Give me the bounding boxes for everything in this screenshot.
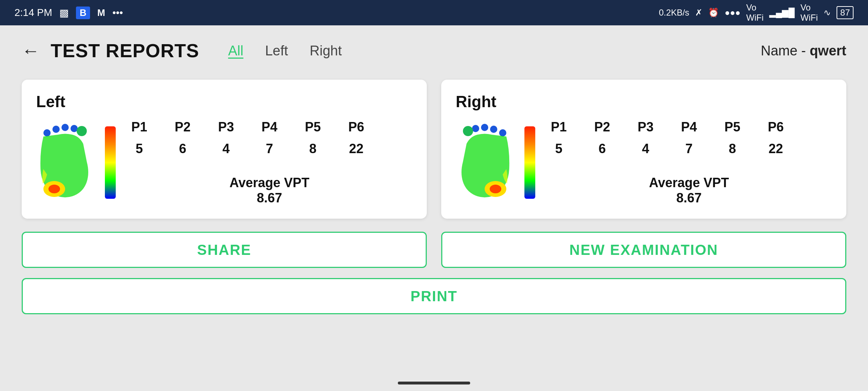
- left-p6-value: 22: [344, 141, 369, 156]
- new-examination-button[interactable]: NEW EXAMINATION: [441, 232, 846, 268]
- right-card-body: P1 P2 P3 P4 P5 P6 5 6 4 7 8 22: [456, 119, 832, 206]
- buttons-row-1: SHARE NEW EXAMINATION: [22, 232, 846, 268]
- m-icon: M: [97, 7, 105, 18]
- left-p4-value: 7: [257, 141, 282, 156]
- share-button[interactable]: SHARE: [22, 232, 427, 268]
- bottom-nav-indicator: [398, 382, 470, 384]
- right-p4-label: P4: [676, 119, 702, 135]
- alarm-icon: ⏰: [708, 8, 719, 18]
- patient-info: Name - qwert: [761, 43, 847, 59]
- right-measurements: P1 P2 P3 P4 P5 P6 5 6 4 7 8 22: [546, 119, 832, 206]
- buttons-row-2: PRINT: [22, 278, 846, 314]
- left-p1-value: 5: [127, 141, 152, 156]
- header: ← TEST REPORTS All Left Right Name - qwe…: [22, 36, 846, 65]
- tab-right[interactable]: Right: [310, 43, 342, 59]
- right-p1-value: 5: [546, 141, 571, 156]
- wifi-icon: ∿: [824, 8, 831, 18]
- back-button[interactable]: ←: [22, 40, 40, 61]
- b-icon: B: [76, 7, 90, 19]
- network-speed: 0.2KB/s: [659, 8, 689, 18]
- right-foot-image: [456, 122, 514, 203]
- filter-tabs: All Left Right: [228, 43, 761, 59]
- right-p3-value: 4: [633, 141, 658, 156]
- page-title: TEST REPORTS: [51, 40, 199, 62]
- signal-icon: ●●●: [725, 8, 741, 18]
- left-p3-label: P3: [213, 119, 239, 135]
- notification-icon: ▩: [59, 7, 69, 19]
- left-p2-label: P2: [170, 119, 195, 135]
- time: 2:14 PM: [14, 7, 52, 18]
- dots-icon: •••: [112, 7, 123, 18]
- right-p4-value: 7: [676, 141, 702, 156]
- left-measurements: P1 P2 P3 P4 P5 P6 5 6 4 7 8 22: [127, 119, 412, 206]
- right-pressure-bar: [524, 126, 535, 199]
- left-card-body: P1 P2 P3 P4 P5 P6 5 6 4 7 8 22: [36, 119, 412, 206]
- svg-point-2: [61, 124, 69, 131]
- right-p5-value: 8: [720, 141, 745, 156]
- left-p3-value: 4: [213, 141, 239, 156]
- svg-point-13: [490, 185, 501, 193]
- svg-point-4: [77, 126, 87, 136]
- right-p3-label: P3: [633, 119, 658, 135]
- right-p6-value: 22: [763, 141, 788, 156]
- svg-point-8: [490, 126, 497, 133]
- right-p1-label: P1: [546, 119, 571, 135]
- signal-bars: ▂▄▆█: [769, 8, 795, 18]
- print-button[interactable]: PRINT: [22, 278, 846, 314]
- status-right: 0.2KB/s ✗ ⏰ ●●● VoWiFi ▂▄▆█ VoWiFi ∿ 87: [659, 3, 854, 23]
- tab-all[interactable]: All: [228, 43, 243, 59]
- right-p2-value: 6: [590, 141, 615, 156]
- status-bar: 2:14 PM ▩ B M ••• 0.2KB/s ✗ ⏰ ●●● VoWiFi…: [0, 0, 868, 25]
- left-p6-label: P6: [344, 119, 369, 135]
- wifi-label-1: VoWiFi: [746, 3, 763, 23]
- svg-point-9: [481, 124, 488, 131]
- left-p5-label: P5: [300, 119, 326, 135]
- left-foot-image: [36, 122, 94, 203]
- bluetooth-icon: ✗: [695, 8, 702, 18]
- main-content: ← TEST REPORTS All Left Right Name - qwe…: [0, 25, 868, 391]
- left-p4-label: P4: [257, 119, 282, 135]
- tab-left[interactable]: Left: [265, 43, 288, 59]
- svg-point-11: [463, 126, 473, 136]
- left-average-vpt: Average VPT 8.67: [127, 175, 412, 206]
- svg-point-7: [499, 129, 506, 136]
- svg-point-6: [48, 185, 60, 193]
- cards-container: Left: [22, 80, 846, 219]
- left-card-title: Left: [36, 93, 412, 111]
- right-p5-label: P5: [720, 119, 745, 135]
- right-average-vpt: Average VPT 8.67: [546, 175, 832, 206]
- svg-point-1: [52, 126, 60, 133]
- battery: 87: [837, 6, 854, 19]
- left-p5-value: 8: [300, 141, 326, 156]
- wifi-label-2: VoWiFi: [800, 3, 818, 23]
- left-p2-value: 6: [170, 141, 195, 156]
- status-left: 2:14 PM ▩ B M •••: [14, 7, 123, 19]
- right-foot-card: Right: [441, 80, 846, 219]
- left-p1-label: P1: [127, 119, 152, 135]
- svg-point-0: [43, 129, 51, 136]
- right-p2-label: P2: [590, 119, 615, 135]
- right-card-title: Right: [456, 93, 832, 111]
- right-p6-label: P6: [763, 119, 788, 135]
- left-foot-card: Left: [22, 80, 427, 219]
- left-pressure-bar: [105, 126, 116, 199]
